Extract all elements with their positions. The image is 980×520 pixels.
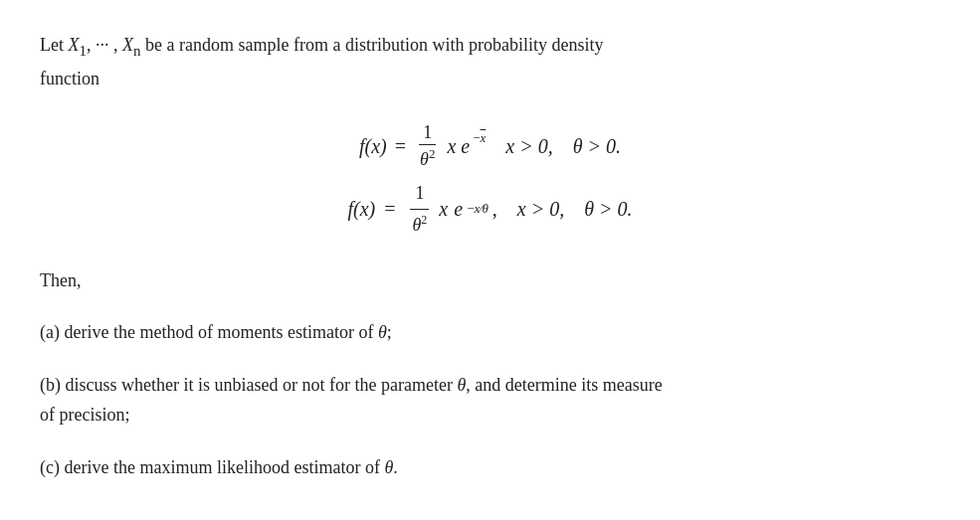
formula-lhs: f(x) — [359, 130, 387, 162]
x-var: x — [439, 193, 448, 225]
intro-paragraph: Let X1, ··· , Xn be a random sample from… — [40, 30, 940, 94]
part-b-text-line2: of precision; — [40, 400, 940, 431]
denom-theta2: θ2 — [408, 210, 433, 240]
formula-equals: = — [395, 130, 406, 162]
e-base: e — [454, 193, 463, 225]
formula-line: f(x) = 1 θ2 x e −x x > 0, θ > 0. — [40, 122, 940, 171]
part-a: (a) derive the method of moments estimat… — [40, 317, 940, 348]
x1-subscript: 1 — [80, 43, 88, 59]
then-paragraph: Then, — [40, 266, 940, 295]
intro-text-function: function — [40, 69, 99, 88]
eq-sign: = — [379, 193, 400, 225]
formula-display: f(x) = 1 θ2 x e−x⁄θ, x > 0, θ > 0. — [40, 179, 940, 240]
frac-1-theta2: 1 θ2 — [408, 179, 433, 240]
part-c-text: (c) derive the maximum likelihood estima… — [40, 452, 940, 483]
part-c: (c) derive the maximum likelihood estima… — [40, 452, 940, 483]
formula-e: e — [461, 130, 470, 162]
formula-block: f(x) = 1 θ2 x e −x x > 0, θ > 0. — [40, 122, 940, 171]
theta-b: θ — [457, 375, 466, 395]
part-b-text-line1: (b) discuss whether it is unbiased or no… — [40, 370, 940, 401]
x1-symbol: X — [69, 35, 80, 55]
formula-body: x — [447, 130, 456, 162]
intro-text-start: Let X1, ··· , Xn be a random sample from… — [40, 35, 603, 55]
formula-fraction: 1 θ2 — [416, 122, 439, 171]
condition-x: x > 0, — [517, 193, 564, 225]
formula-full: f(x) = 1 θ2 x e−x⁄θ, x > 0, θ > 0. — [347, 179, 632, 240]
part-b: (b) discuss whether it is unbiased or no… — [40, 370, 940, 431]
comma-sep: , — [492, 193, 497, 225]
formula-conditions: x > 0, θ > 0. — [505, 130, 621, 162]
fraction-numerator: 1 — [419, 122, 436, 146]
f-of-x: f(x) — [347, 193, 375, 225]
part-a-text: (a) derive the method of moments estimat… — [40, 317, 940, 348]
fraction-denominator: θ2 — [416, 145, 439, 171]
theta-a: θ — [378, 322, 387, 342]
num-1: 1 — [410, 179, 429, 210]
condition-theta: θ > 0. — [584, 193, 632, 225]
theta-c: θ — [384, 457, 393, 477]
xn-symbol: X — [122, 35, 133, 55]
xn-subscript: n — [133, 43, 141, 59]
